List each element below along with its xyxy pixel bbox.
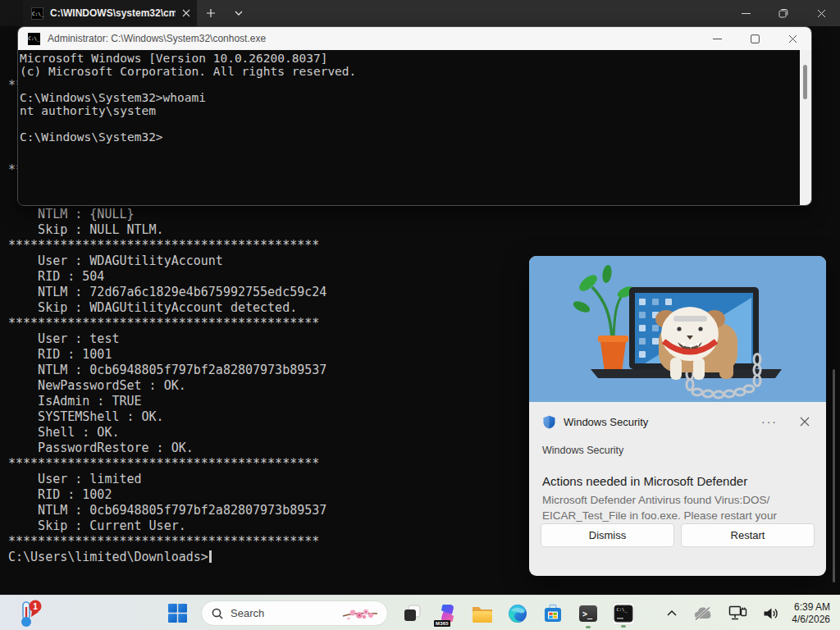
tab-cmd[interactable]: C:\_ C:\WINDOWS\system32\cmd. <box>23 0 197 26</box>
windows-start-icon <box>168 604 187 623</box>
close-button[interactable] <box>774 27 811 50</box>
onedrive-button[interactable] <box>691 604 715 623</box>
edge-icon <box>508 604 527 623</box>
cmd-glyph: C:\_ <box>617 607 628 613</box>
restore-button[interactable] <box>765 0 802 26</box>
tray-overflow-button[interactable] <box>664 607 680 619</box>
ethernet-network-icon <box>728 605 747 621</box>
conhost-console: Microsoft Windows [Version 10.0.26200.80… <box>18 50 811 206</box>
maximize-icon <box>751 34 760 43</box>
minimize-button[interactable] <box>698 27 736 50</box>
terminal-glyph: >_ <box>582 609 593 619</box>
speaker-icon <box>763 606 778 621</box>
windows-terminal-button[interactable]: >_ <box>577 602 600 625</box>
terminal-output-area: NTLM : {NULL} Skip : NULL NTLM. ********… <box>8 207 326 565</box>
toast-close-button[interactable] <box>797 413 813 430</box>
cloud-paused-icon <box>693 606 713 621</box>
edge-button[interactable] <box>506 602 529 625</box>
terminal-tab-bar: C:\_ C:\WINDOWS\system32\cmd. <box>0 0 840 26</box>
weather-thermometer-icon: 1 <box>16 600 43 628</box>
windows-terminal-icon: >_ <box>578 604 598 623</box>
terminal-scrollbar-thumb[interactable] <box>833 369 835 582</box>
close-icon <box>817 9 826 18</box>
file-explorer-icon <box>472 605 493 623</box>
cherry-blossom-decoration-icon <box>341 606 379 621</box>
microsoft-365-copilot-button[interactable]: M365 <box>436 602 459 625</box>
tab-dropdown-button[interactable] <box>225 0 253 26</box>
plus-icon <box>206 8 216 18</box>
search-placeholder: Search <box>231 607 334 619</box>
terminal-window-controls <box>727 0 840 26</box>
system-tray: 6:39 AM 4/6/2026 <box>664 596 835 630</box>
close-button[interactable] <box>802 0 840 26</box>
command-prompt-button[interactable]: C:\_ <box>612 602 635 625</box>
dismiss-button[interactable]: Dismiss <box>541 523 674 547</box>
task-view-button[interactable] <box>400 602 423 625</box>
taskbar: 1 Search <box>0 595 840 630</box>
text-cursor <box>209 550 212 563</box>
close-icon <box>788 34 797 43</box>
tab-title: C:\WINDOWS\system32\cmd. <box>50 7 176 19</box>
search-icon <box>212 608 223 619</box>
tab-bar-corner <box>0 0 23 26</box>
toast-source-label: Windows Security <box>542 445 623 456</box>
maximize-button[interactable] <box>736 27 774 50</box>
clock[interactable]: 6:39 AM 4/6/2026 <box>792 601 835 626</box>
running-indicator <box>621 625 626 628</box>
terminal-output: NTLM : {NULL} Skip : NULL NTLM. ********… <box>8 207 326 550</box>
cmd-icon: C:\_ <box>28 33 40 45</box>
toast-title: Actions needed in Microsoft Defender <box>542 474 747 488</box>
toast-app-name: Windows Security <box>564 416 648 428</box>
terminal-prompt: C:\Users\limited\Downloads> <box>8 550 208 564</box>
widgets-badge: 1 <box>33 601 38 610</box>
conhost-scrollbar[interactable] <box>800 50 811 206</box>
chevron-up-icon <box>666 609 678 617</box>
volume-button[interactable] <box>760 604 781 623</box>
minimize-icon <box>713 34 722 43</box>
watchdog-illustration <box>529 256 826 402</box>
windows-security-toast: Windows Security ··· Windows Security Ac… <box>529 256 826 576</box>
taskbar-center: Search <box>166 596 635 630</box>
toast-actions: Dismiss Restart <box>541 523 815 547</box>
windows-security-shield-icon <box>542 415 556 429</box>
command-prompt-icon: C:\_ <box>614 604 633 623</box>
start-button[interactable] <box>166 602 189 625</box>
close-icon <box>800 417 810 427</box>
toast-message-line: Microsoft Defender Antivirus found Virus… <box>542 492 815 508</box>
tab-close-icon[interactable] <box>182 9 190 17</box>
conhost-output: Microsoft Windows [Version 10.0.26200.80… <box>18 50 811 144</box>
minimize-icon <box>742 9 751 18</box>
microsoft-store-button[interactable] <box>541 602 564 625</box>
terminal-prompt-line: C:\Users\limited\Downloads> <box>8 550 326 565</box>
m365-badge: M365 <box>434 620 450 627</box>
conhost-window: C:\_ Administrator: C:\Windows\System32\… <box>17 26 812 206</box>
network-button[interactable] <box>726 603 750 623</box>
widgets-button[interactable]: 1 <box>11 599 48 628</box>
new-tab-button[interactable] <box>197 0 225 26</box>
desktop: C:\_ C:\WINDOWS\system32\cmd. <box>0 0 840 630</box>
more-options-button[interactable]: ··· <box>758 414 781 429</box>
toast-header: Windows Security ··· <box>542 413 813 430</box>
task-view-icon <box>403 604 422 623</box>
cmd-icon: C:\_ <box>31 7 43 20</box>
minimize-button[interactable] <box>727 0 765 26</box>
conhost-window-title: Administrator: C:\Windows\System32\conho… <box>48 33 266 44</box>
clock-date: 4/6/2026 <box>792 614 830 626</box>
restart-button[interactable]: Restart <box>681 523 815 547</box>
conhost-window-controls <box>698 27 811 50</box>
file-explorer-button[interactable] <box>471 602 494 625</box>
conhost-titlebar[interactable]: C:\_ Administrator: C:\Windows\System32\… <box>18 27 811 50</box>
conhost-scrollbar-thumb[interactable] <box>803 65 807 99</box>
microsoft-store-icon <box>543 604 563 623</box>
clock-time: 6:39 AM <box>792 601 830 614</box>
restore-icon <box>778 8 788 18</box>
running-indicator <box>586 626 591 628</box>
chevron-down-icon <box>234 10 244 16</box>
search-box[interactable]: Search <box>201 600 388 626</box>
